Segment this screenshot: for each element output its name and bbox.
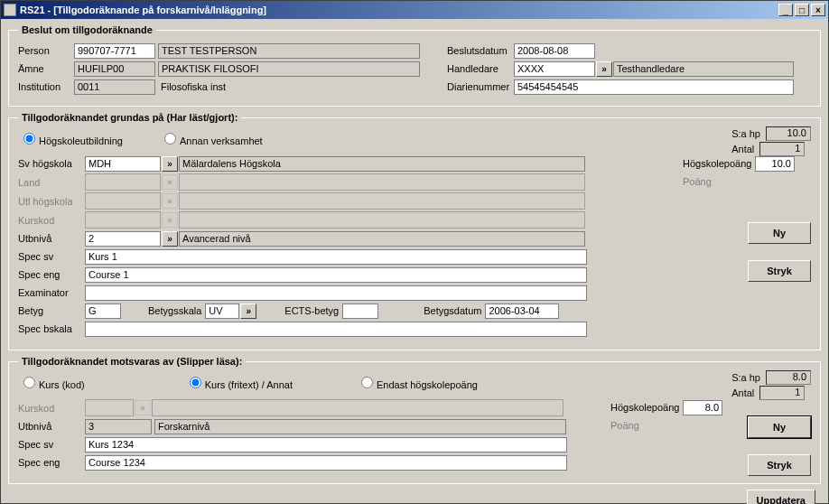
sum-hp-value: 8.0: [766, 370, 811, 385]
minimize-button[interactable]: _: [778, 4, 793, 16]
grundas-stryk-button[interactable]: Stryk: [748, 260, 811, 282]
hp3-label: Högskolepoäng: [610, 402, 683, 413]
betygsdatum-label: Betygsdatum: [424, 305, 481, 316]
handledare-name-display: [613, 61, 794, 77]
app-icon: [4, 4, 16, 16]
speceng3-input[interactable]: [85, 455, 567, 471]
betygsskala-label: Betygsskala: [148, 305, 201, 316]
utbniva3-code-display: [85, 419, 152, 434]
kurskod-code-input: [85, 211, 161, 229]
speceng-label: Spec eng: [18, 269, 85, 280]
kurskod-name-display: [179, 211, 585, 229]
inst-name-display: Filosofiska inst: [161, 81, 226, 92]
utbniva-name-display: [179, 231, 585, 247]
radio-fritext-label[interactable]: Kurs (fritext) / Annat: [184, 374, 293, 390]
section-grundas-legend: Tillgodoräknandet grundas på (Har läst/g…: [18, 112, 241, 123]
examinator-input[interactable]: [85, 285, 587, 301]
section-beslut: Beslut om tillgodoräknande Person Ämne I…: [8, 24, 821, 107]
motsvaras-stryk-button[interactable]: Stryk: [748, 454, 811, 476]
inst-code-display: [74, 79, 155, 95]
land-name-display: [179, 173, 585, 191]
section-grundas: Tillgodoräknandet grundas på (Har läst/g…: [8, 112, 821, 350]
window-title: RS21 - [Tillgodoräknande på forskarnivå/…: [20, 5, 778, 15]
betyg-input[interactable]: [85, 303, 121, 319]
betygsskala-lookup-button[interactable]: »: [240, 303, 256, 319]
hp3-input[interactable]: [683, 400, 722, 415]
radio-annan[interactable]: [164, 133, 176, 145]
maximize-button[interactable]: □: [795, 4, 809, 16]
handledare-label: Handledare: [447, 63, 514, 74]
grundas-summary: S:a hp10.0 Antal1: [731, 126, 811, 157]
radio-annan-label[interactable]: Annan verksamhet: [159, 130, 263, 146]
titlebar: RS21 - [Tillgodoräknande på forskarnivå/…: [1, 1, 828, 19]
utbniva3-name-display: [154, 419, 566, 434]
diarienr-label: Diarienummer: [447, 81, 514, 92]
radio-kurs-label[interactable]: Kurs (kod): [18, 374, 85, 390]
land-label: Land: [18, 177, 85, 188]
amne-name-display: [158, 61, 420, 77]
hp-label: Högskolepoäng: [683, 158, 755, 169]
beslutsdatum-label: Beslutsdatum: [447, 45, 514, 56]
kurskod-lookup-button: »: [162, 212, 178, 228]
grundas-ny-button[interactable]: Ny: [748, 222, 811, 244]
person-label: Person: [18, 45, 74, 56]
utlhog-label: Utl högskola: [18, 196, 85, 207]
radio-hogsk-label[interactable]: Högskoleutbildning: [18, 130, 123, 146]
uppdatera-button[interactable]: Uppdatera: [747, 490, 815, 504]
kurskod3-code-input: [85, 399, 134, 416]
section-motsvaras-legend: Tillgodoräknandet motsvaras av (Slipper …: [18, 356, 246, 367]
kurskod3-name-display: [152, 399, 564, 416]
motsvaras-ny-button[interactable]: Ny: [748, 416, 811, 438]
person-name-display: [158, 43, 420, 59]
utlhog-lookup-button: »: [162, 193, 178, 209]
specsv-input[interactable]: [85, 249, 587, 265]
radio-kurs[interactable]: [23, 377, 35, 388]
antal-label: Antal: [731, 144, 754, 154]
inst-label: Institution: [18, 81, 74, 92]
betyg-label: Betyg: [18, 305, 85, 316]
sum-hp-label: S:a hp: [731, 372, 760, 383]
radio-endast[interactable]: [361, 377, 373, 388]
specsv3-input[interactable]: [85, 437, 567, 453]
speceng-input[interactable]: [85, 267, 587, 283]
specsv3-label: Spec sv: [18, 439, 85, 450]
sum-hp-value: 10.0: [766, 126, 811, 141]
diarienr-input[interactable]: [514, 79, 794, 95]
beslutsdatum-input[interactable]: [514, 43, 595, 59]
utbniva3-label: Utbnivå: [18, 421, 85, 432]
amne-code-display: [74, 61, 155, 77]
handledare-lookup-button[interactable]: »: [596, 61, 612, 77]
section-beslut-legend: Beslut om tillgodoräknande: [18, 24, 156, 35]
sum-hp-label: S:a hp: [731, 128, 760, 139]
kurskod-label: Kurskod: [18, 215, 85, 226]
amne-label: Ämne: [18, 63, 74, 74]
svhog-name-display: [179, 156, 585, 172]
radio-fritext[interactable]: [190, 377, 201, 388]
betygsskala-input[interactable]: [205, 303, 239, 319]
person-id-input[interactable]: [74, 43, 155, 59]
svhog-code-input[interactable]: [85, 156, 161, 172]
hp-input[interactable]: [755, 156, 795, 172]
ectsbetyg-label: ECTS-betyg: [284, 305, 339, 316]
ectsbetyg-input[interactable]: [342, 303, 378, 319]
handledare-code-input[interactable]: [514, 61, 595, 77]
utbniva-code-input[interactable]: [85, 231, 161, 247]
specbskala-label: Spec bskala: [18, 323, 85, 334]
land-code-input: [85, 173, 161, 191]
betygsdatum-input[interactable]: [485, 303, 559, 319]
poang-label: Poäng: [683, 176, 755, 187]
utbniva-lookup-button[interactable]: »: [162, 231, 178, 247]
section-motsvaras: Tillgodoräknandet motsvaras av (Slipper …: [8, 356, 821, 484]
svhog-lookup-button[interactable]: »: [162, 156, 178, 172]
kurskod3-label: Kurskod: [18, 403, 85, 414]
utlhog-code-input: [85, 192, 161, 210]
radio-hogsk[interactable]: [23, 133, 35, 145]
close-button[interactable]: ×: [811, 4, 825, 16]
examinator-label: Examinator: [18, 287, 85, 298]
poang3-label: Poäng: [610, 420, 683, 431]
radio-endast-label[interactable]: Endast högskolepoäng: [356, 374, 478, 390]
svhog-label: Sv högskola: [18, 158, 85, 169]
land-lookup-button: »: [162, 174, 178, 190]
speceng3-label: Spec eng: [18, 457, 85, 468]
specbskala-input[interactable]: [85, 322, 587, 337]
